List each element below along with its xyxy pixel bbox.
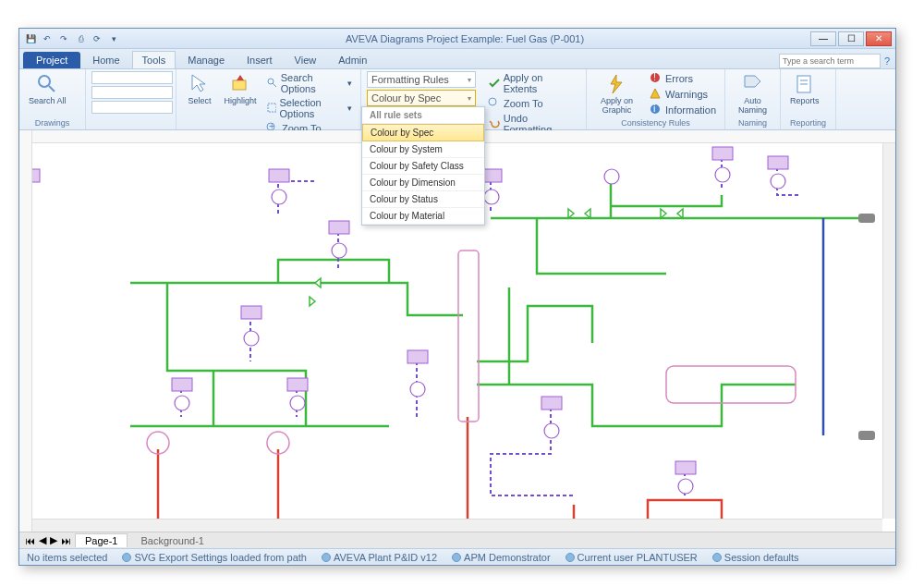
titlebar: 💾 ↶ ↷ ⎙ ⟳ ▾ AVEVA Diagrams Project Examp… xyxy=(19,29,895,49)
svg-line-4 xyxy=(273,83,276,87)
auto-naming-button[interactable]: Auto Naming xyxy=(731,71,774,117)
report-icon xyxy=(794,73,816,95)
select-button[interactable]: Select xyxy=(182,71,217,108)
qa-refresh-icon[interactable]: ⟳ xyxy=(90,31,104,46)
help-search-input[interactable] xyxy=(779,54,881,68)
qa-dropdown-icon[interactable]: ▾ xyxy=(106,31,121,46)
svg-rect-27 xyxy=(541,397,562,410)
selection-options-icon xyxy=(266,102,276,115)
dropdown-item[interactable]: Colour by Safety Class xyxy=(362,158,484,175)
find-input-3[interactable] xyxy=(91,101,173,114)
svg-point-42 xyxy=(771,174,785,189)
errors-toggle[interactable]: !Errors xyxy=(647,71,719,86)
tab-manage[interactable]: Manage xyxy=(177,51,235,68)
svg-rect-21 xyxy=(329,221,349,234)
qa-save-icon[interactable]: 💾 xyxy=(23,31,38,46)
sheet-tab[interactable]: Background-1 xyxy=(131,534,213,547)
chevron-down-icon: ▾ xyxy=(468,76,471,84)
status-dot-icon xyxy=(712,553,722,562)
ribbon-group-drawings: Search All Drawings xyxy=(19,69,86,129)
format-zoom-button[interactable]: Zoom To xyxy=(485,96,580,111)
dropdown-item[interactable]: Colour by System xyxy=(362,141,484,158)
svg-rect-22 xyxy=(241,306,261,319)
sheet-nav-next-icon[interactable]: ▶ xyxy=(50,534,57,546)
qa-redo-icon[interactable]: ↷ xyxy=(56,31,71,46)
svg-point-33 xyxy=(332,243,346,258)
highlight-icon xyxy=(229,73,251,95)
highlight-button[interactable]: Highlight xyxy=(223,71,258,108)
warning-icon xyxy=(650,88,663,101)
qa-print-icon[interactable]: ⎙ xyxy=(73,31,88,46)
lightning-icon xyxy=(605,73,627,95)
window-title: AVEVA Diagrams Project Example: Fuel Gas… xyxy=(121,33,808,44)
sheet-tab-active[interactable]: Page-1 xyxy=(75,533,128,547)
svg-rect-24 xyxy=(287,378,308,391)
sheet-nav-last-icon[interactable]: ⏭ xyxy=(61,535,71,546)
sheet-nav-prev-icon[interactable]: ◀ xyxy=(39,534,46,546)
find-input-1[interactable] xyxy=(91,71,173,84)
dropdown-item[interactable]: Colour by Spec xyxy=(362,124,484,141)
tag-icon xyxy=(742,73,764,95)
file-tab[interactable]: Project xyxy=(23,52,80,68)
search-all-button[interactable]: Search All xyxy=(25,71,70,108)
status-item: Session defaults xyxy=(712,552,799,563)
tab-view[interactable]: View xyxy=(285,51,327,68)
svg-rect-47 xyxy=(858,431,875,440)
svg-rect-30 xyxy=(675,461,696,474)
status-selection: No items selected xyxy=(27,552,107,563)
status-item: AVEVA Plant P&ID v12 xyxy=(322,552,437,563)
dropdown-item[interactable]: Colour by Dimension xyxy=(362,175,484,191)
ribbon-group-inputs xyxy=(86,69,176,129)
ribbon-group-formatting: Formatting Rules▾ Colour by Spec▾ Apply … xyxy=(361,69,587,129)
warnings-toggle[interactable]: Warnings xyxy=(647,87,719,102)
help-icon[interactable]: ? xyxy=(884,55,890,67)
reports-button[interactable]: Reports xyxy=(786,71,823,108)
qa-undo-icon[interactable]: ↶ xyxy=(40,31,55,46)
quick-access-toolbar: 💾 ↶ ↷ ⎙ ⟳ ▾ xyxy=(23,31,121,46)
apply-extents-button[interactable]: Apply on Extents xyxy=(485,71,580,95)
ribbon-group-reporting: Reports Reporting xyxy=(781,69,836,129)
info-icon: i xyxy=(650,104,663,116)
dropdown-item[interactable]: Colour by Status xyxy=(362,191,484,208)
svg-rect-29 xyxy=(768,156,788,169)
svg-point-34 xyxy=(244,331,259,346)
svg-text:i: i xyxy=(653,104,655,114)
tab-admin[interactable]: Admin xyxy=(328,51,377,68)
tab-home[interactable]: Home xyxy=(82,51,129,68)
colour-by-combo[interactable]: Colour by Spec▾ xyxy=(367,90,476,106)
sheet-nav-first-icon[interactable]: ⏮ xyxy=(25,535,35,546)
application-window: 💾 ↶ ↷ ⎙ ⟳ ▾ AVEVA Diagrams Project Examp… xyxy=(18,28,896,566)
status-dot-icon xyxy=(122,553,131,562)
statusbar: No items selected SVG Export Settings lo… xyxy=(19,548,895,565)
status-item: APM Demonstrator xyxy=(452,552,551,563)
formatting-rules-combo[interactable]: Formatting Rules▾ xyxy=(367,71,476,88)
close-button[interactable]: ✕ xyxy=(866,31,892,46)
horizontal-scrollbar[interactable] xyxy=(32,519,882,532)
apply-graphic-button[interactable]: Apply on Graphic xyxy=(592,71,641,117)
svg-point-8 xyxy=(489,98,496,105)
group-label: Reporting xyxy=(786,117,830,128)
ribbon-group-find: Select Highlight Search Options ▾ Select… xyxy=(176,69,361,129)
maximize-button[interactable]: ☐ xyxy=(838,31,864,46)
search-options-button[interactable]: Search Options ▾ xyxy=(263,71,355,95)
tab-tools[interactable]: Tools xyxy=(132,51,176,68)
status-dot-icon xyxy=(322,553,331,562)
tab-insert[interactable]: Insert xyxy=(237,51,283,68)
vertical-scrollbar[interactable] xyxy=(882,143,895,519)
search-options-icon xyxy=(266,77,278,90)
dropdown-item[interactable]: Colour by Material xyxy=(362,208,484,225)
group-label: Drawings xyxy=(25,117,79,128)
ribbon-group-consistency: Apply on Graphic !Errors Warnings iInfor… xyxy=(587,69,725,129)
svg-rect-2 xyxy=(233,80,246,90)
selection-options-button[interactable]: Selection Options ▾ xyxy=(263,96,355,120)
svg-rect-23 xyxy=(172,378,192,391)
vertical-ruler xyxy=(19,130,32,532)
find-input-2[interactable] xyxy=(91,86,173,99)
info-toggle[interactable]: iInformation xyxy=(647,103,719,117)
svg-point-36 xyxy=(290,396,305,410)
status-item: SVG Export Settings loaded from path xyxy=(122,552,307,563)
group-label: Naming xyxy=(731,117,774,128)
ribbon-tabs: Project Home Tools Manage Insert View Ad… xyxy=(19,49,895,69)
svg-rect-45 xyxy=(858,214,875,223)
minimize-button[interactable]: — xyxy=(810,31,836,46)
